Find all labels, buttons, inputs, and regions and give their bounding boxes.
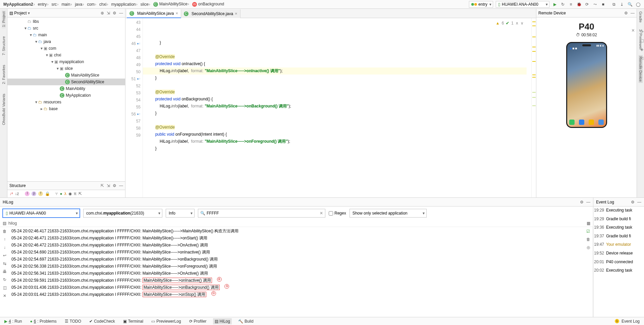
- target-icon[interactable]: ◎: [587, 245, 590, 250]
- sort-alpha-icon[interactable]: ↓ª: [9, 191, 13, 196]
- eventlog-item[interactable]: 19:29Executing task: [594, 208, 643, 213]
- hide-icon[interactable]: —: [631, 11, 635, 15]
- debug-restart-icon[interactable]: ↻: [559, 1, 566, 8]
- hilog-regex-check[interactable]: Regex: [329, 211, 346, 216]
- run-config-select[interactable]: entry: [469, 1, 493, 8]
- profile-icon[interactable]: ⟳: [584, 1, 590, 8]
- eventlog-item[interactable]: 19:52Device release: [594, 251, 643, 256]
- status-tab[interactable]: ●6: Problems: [28, 318, 58, 324]
- clear-icon[interactable]: ✕: [320, 211, 323, 216]
- status-tab[interactable]: ✔CodeCheck: [88, 318, 117, 324]
- close-icon[interactable]: ×: [632, 28, 635, 34]
- hilog-search-input[interactable]: 🔍✕: [198, 209, 325, 218]
- inspection-widget[interactable]: ▲6 ✔1 ∧∨: [495, 19, 525, 27]
- run-icon[interactable]: ▶: [551, 1, 558, 8]
- close-icon[interactable]: ×: [235, 11, 237, 16]
- status-tab[interactable]: 🔨Build: [236, 318, 255, 324]
- hilog-process-select[interactable]: com.chxi.myapplication (21633): [83, 209, 162, 218]
- left-tool-tab[interactable]: OhosBuild Variants: [2, 92, 6, 126]
- struct-dot2-icon[interactable]: ◉: [68, 191, 72, 196]
- status-tab[interactable]: ☰TODO: [63, 318, 83, 324]
- tree-node[interactable]: CSecondAbilitySlice: [7, 79, 125, 85]
- left-tool-tab[interactable]: 1: Project: [2, 10, 6, 28]
- override-icon[interactable]: ●↑: [137, 42, 141, 45]
- tree-node[interactable]: ▾🗀src: [7, 25, 125, 32]
- wrap-icon[interactable]: ↩: [3, 253, 6, 258]
- eventlog-list[interactable]: 19:29Executing task19:29Gradle build fi1…: [593, 206, 644, 317]
- project-view-select[interactable]: Project ▾: [14, 11, 30, 15]
- trash-icon[interactable]: 🗑: [586, 237, 590, 242]
- eventlog-item[interactable]: 19:47Your emulator: [594, 242, 643, 247]
- status-tab[interactable]: ▤HiLog: [213, 318, 232, 324]
- breadcrumb-item[interactable]: main: [60, 2, 73, 7]
- breadcrumb-item[interactable]: slice: [139, 2, 152, 7]
- tree-node[interactable]: CMyApplication: [7, 92, 125, 99]
- gear-icon[interactable]: ⚙: [624, 11, 628, 15]
- breadcrumb-item[interactable]: monBackground: [191, 2, 225, 7]
- tree-node[interactable]: ▾🗀resources: [7, 99, 125, 105]
- scroll-down-icon[interactable]: ↓: [4, 245, 6, 250]
- breadcrumb-item[interactable]: myapplication: [110, 2, 139, 7]
- breadcrumb-item[interactable]: src: [50, 2, 60, 7]
- breadcrumb-item[interactable]: com: [86, 2, 98, 7]
- gear-icon[interactable]: ⚙: [113, 183, 116, 188]
- filter-i-icon[interactable]: I: [25, 191, 30, 196]
- back-icon[interactable]: ◁: [640, 56, 644, 60]
- tree-node[interactable]: ▾🗀java: [7, 38, 125, 45]
- hilog-scope-select[interactable]: Show only selected application: [350, 209, 427, 218]
- breadcrumb-item[interactable]: MyApplication2: [2, 2, 37, 7]
- fullscreen-icon[interactable]: ▢: [640, 38, 644, 43]
- stop-icon[interactable]: ■: [600, 1, 606, 8]
- error-stripe[interactable]: [531, 18, 536, 197]
- eventlog-item[interactable]: 20:02Executing task: [594, 268, 643, 273]
- struct-expand2-icon[interactable]: ⇱: [78, 191, 82, 196]
- tree-node[interactable]: CMainAbilitySlice: [7, 72, 125, 79]
- search-icon[interactable]: 🔍: [627, 1, 633, 8]
- hilog-device-select[interactable]: ▯HUAWEI ANA-AN00: [3, 209, 80, 218]
- gear-icon[interactable]: ⚙: [580, 200, 584, 204]
- tree-node[interactable]: ▸🗀base: [7, 105, 125, 112]
- trash-icon[interactable]: 🗑: [3, 229, 7, 234]
- check-icon[interactable]: ☑: [586, 229, 590, 234]
- locate-icon[interactable]: ⊕: [101, 11, 104, 15]
- scroll-up-icon[interactable]: ↑: [4, 237, 6, 242]
- breadcrumb-item[interactable]: chxi: [98, 2, 110, 7]
- eventlog-item[interactable]: 20:01P40 connected: [594, 260, 643, 265]
- debug-icon[interactable]: 🐞: [576, 1, 582, 8]
- hide-icon[interactable]: —: [637, 200, 641, 204]
- device-select[interactable]: ▯HUAWEI ANA-AN00: [496, 1, 549, 8]
- filter-lock-icon[interactable]: 🔒: [45, 191, 50, 196]
- struct-collapse-icon[interactable]: ⇲: [107, 183, 110, 188]
- rotate-icon[interactable]: ⟳: [640, 30, 644, 34]
- eventlog-item[interactable]: 19:37Gradle build fi: [594, 234, 643, 239]
- status-eventlog[interactable]: 1Event Log: [613, 318, 641, 324]
- sync-icon[interactable]: ⤓: [619, 1, 625, 8]
- struct-expand-icon[interactable]: ⇱: [101, 183, 104, 188]
- breadcrumb-item[interactable]: entry: [37, 2, 50, 7]
- hilog-output[interactable]: 05-24 20:02:46.417 21633-21633/com.chxi.…: [9, 227, 584, 317]
- status-tab[interactable]: ⟳Profiler: [187, 318, 208, 324]
- gear-icon[interactable]: ⚙: [631, 200, 635, 204]
- override-icon[interactable]: ●↑: [137, 112, 141, 116]
- vcs-icon[interactable]: ⧉: [610, 1, 617, 8]
- editor-body[interactable]: 43444546●↑4748495051●↑5253545556●↑575859…: [125, 18, 536, 197]
- struct-dot1-icon[interactable]: ●: [60, 191, 62, 196]
- right-tool-tab[interactable]: Gradle: [639, 10, 643, 24]
- hide-icon[interactable]: —: [586, 200, 590, 204]
- editor-tab[interactable]: CMainAbilitySlice.java×: [127, 9, 181, 18]
- phone-mock[interactable]: ▮▮ ◧ ▮: [566, 42, 607, 128]
- gesture-icon[interactable]: ◈: [640, 47, 644, 52]
- status-tab[interactable]: ▶4: Run: [3, 318, 23, 324]
- struct-fork-icon[interactable]: ⑂: [55, 191, 58, 196]
- eventlog-item[interactable]: 19:29Gradle build fi: [594, 217, 643, 222]
- tree-node[interactable]: ▾▣slice: [7, 65, 125, 72]
- status-tab[interactable]: ▭PreviewerLog: [150, 318, 182, 324]
- struct-pi-icon[interactable]: π: [74, 191, 76, 196]
- close-icon[interactable]: ×: [175, 11, 178, 16]
- filter-f-icon[interactable]: f: [38, 191, 43, 196]
- editor-tab[interactable]: CSecondAbilitySlice.java×: [181, 9, 240, 18]
- collapse-icon[interactable]: ⇲: [107, 11, 110, 15]
- status-tab[interactable]: ▣Terminal: [121, 318, 145, 324]
- eventlog-item[interactable]: 19:36Executing task: [594, 225, 643, 230]
- project-tree[interactable]: 🗀libs▾🗀src▾🗀main▾🗀java▾▣com▾▣chxi▾▣myapp…: [7, 17, 125, 181]
